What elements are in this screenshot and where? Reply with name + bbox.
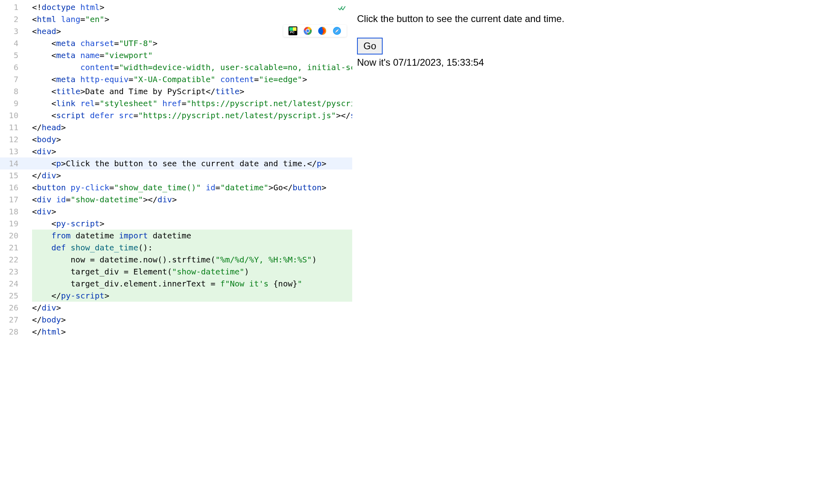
code-line[interactable]: now = datetime.now().strftime("%m/%d/%Y,…	[32, 254, 352, 266]
line-number: 21	[0, 242, 18, 254]
line-number: 17	[0, 194, 18, 206]
go-button[interactable]: Go	[357, 38, 383, 54]
line-number: 13	[0, 145, 18, 157]
line-number: 20	[0, 230, 18, 242]
code-line[interactable]: <body>	[32, 133, 352, 145]
code-line[interactable]: from datetime import datetime	[32, 230, 352, 242]
code-line[interactable]: <link rel="stylesheet" href="https://pys…	[32, 97, 352, 109]
code-line[interactable]: </div>	[32, 169, 352, 181]
line-number-gutter: 1234567891011121314151617181920212223242…	[0, 0, 22, 504]
code-line[interactable]: target_div = Element("show-datetime")	[32, 266, 352, 278]
code-line[interactable]: <script defer src="https://pyscript.net/…	[32, 109, 352, 121]
line-number: 10	[0, 109, 18, 121]
code-line[interactable]: </py-script>	[32, 290, 352, 302]
browser-preview-pane: Click the button to see the current date…	[352, 0, 819, 504]
code-line[interactable]: <p>Click the button to see the current d…	[32, 157, 352, 169]
line-number: 6	[0, 61, 18, 73]
line-number: 11	[0, 121, 18, 133]
line-number: 18	[0, 206, 18, 218]
code-line[interactable]: <div>	[32, 206, 352, 218]
line-number: 1	[0, 1, 18, 13]
code-line[interactable]: <meta http-equiv="X-UA-Compatible" conte…	[32, 73, 352, 85]
code-editor-pane: 1234567891011121314151617181920212223242…	[0, 0, 352, 504]
code-line[interactable]: content="width=device-width, user-scalab…	[32, 61, 352, 73]
line-number: 27	[0, 314, 18, 326]
code-line[interactable]: target_div.element.innerText = f"Now it'…	[32, 278, 352, 290]
code-line[interactable]: </body>	[32, 314, 352, 326]
line-number: 16	[0, 181, 18, 194]
code-line[interactable]: <py-script>	[32, 218, 352, 230]
line-number: 4	[0, 37, 18, 49]
code-line[interactable]: </html>	[32, 326, 352, 338]
code-area[interactable]: <!doctype html><html lang="en"><head> <m…	[22, 0, 352, 504]
line-number: 8	[0, 85, 18, 97]
line-number: 24	[0, 278, 18, 290]
datetime-result-text: Now it's 07/11/2023, 15:33:54	[357, 57, 811, 68]
line-number: 12	[0, 133, 18, 145]
code-line[interactable]: </head>	[32, 121, 352, 133]
code-line[interactable]: <title>Date and Time by PyScript</title>	[32, 85, 352, 97]
line-number: 7	[0, 73, 18, 85]
line-number: 9	[0, 97, 18, 109]
code-line[interactable]: <html lang="en">	[32, 13, 352, 25]
code-line[interactable]: <div id="show-datetime"></div>	[32, 194, 352, 206]
line-number: 28	[0, 326, 18, 338]
line-number: 2	[0, 13, 18, 25]
code-line[interactable]: def show_date_time():	[32, 242, 352, 254]
code-line[interactable]: <div>	[32, 145, 352, 157]
line-number: 25	[0, 290, 18, 302]
line-number: 26	[0, 302, 18, 314]
line-number: 14	[0, 157, 18, 169]
line-number: 22	[0, 254, 18, 266]
line-number: 5	[0, 49, 18, 61]
code-line[interactable]: <meta name="viewport"	[32, 49, 352, 61]
code-line[interactable]: <meta charset="UTF-8">	[32, 37, 352, 49]
line-number: 23	[0, 266, 18, 278]
line-number: 19	[0, 218, 18, 230]
instruction-paragraph: Click the button to see the current date…	[357, 12, 811, 26]
line-number: 15	[0, 169, 18, 181]
code-line[interactable]: <!doctype html>	[32, 1, 352, 13]
code-line[interactable]: </div>	[32, 302, 352, 314]
code-line[interactable]: <button py-click="show_date_time()" id="…	[32, 181, 352, 194]
line-number: 3	[0, 25, 18, 37]
code-line[interactable]: <head>	[32, 25, 352, 37]
